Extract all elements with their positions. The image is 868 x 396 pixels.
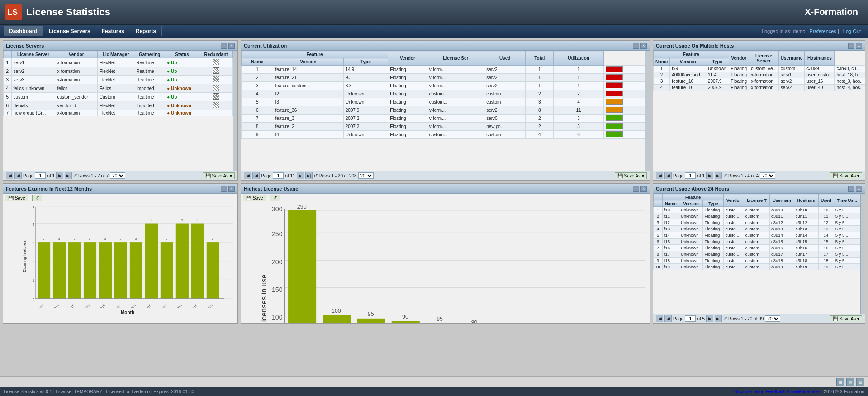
mh-save-button[interactable]: 💾 Save As ▾ xyxy=(830,172,862,179)
cu-minimize[interactable]: − xyxy=(633,43,639,49)
cu-scrollbar[interactable] xyxy=(645,51,650,171)
ls-first-page[interactable]: |◀ xyxy=(6,172,13,179)
hl-refresh-btn[interactable]: ↺ xyxy=(270,195,280,201)
u24-refresh[interactable]: ↺ xyxy=(723,316,727,321)
mh-prev[interactable]: ◀ xyxy=(664,172,672,179)
mh-first[interactable]: |◀ xyxy=(656,172,663,179)
svg-text:Expiring features: Expiring features xyxy=(22,240,27,272)
u24-close[interactable]: × xyxy=(856,186,862,192)
mh-refresh[interactable]: ↺ xyxy=(723,173,727,178)
footer-feedback-link[interactable]: Feedback xyxy=(766,389,786,394)
hl-bar-2 xyxy=(323,315,351,323)
cu-refresh[interactable]: ↺ xyxy=(314,173,318,178)
mh-col-username: Username xyxy=(778,51,804,66)
ls-page-input[interactable] xyxy=(35,172,46,179)
u24-scrollbar[interactable] xyxy=(860,194,865,314)
current-util-rows: 1 feature_14 14.9 Floating v-form... ser… xyxy=(242,66,645,139)
mh-minimize[interactable]: − xyxy=(848,43,854,49)
cu-page-input[interactable] xyxy=(273,172,284,179)
cu-rows-select[interactable]: 20 xyxy=(358,172,374,179)
svg-text:Licenses in use: Licenses in use xyxy=(260,274,268,323)
fe-bar-mar xyxy=(68,242,81,299)
hl-bar-4 xyxy=(392,321,420,323)
col-vendor: Vendor xyxy=(388,51,427,66)
ls-refresh-icon[interactable]: ↺ xyxy=(73,173,77,178)
fe-minimize[interactable]: − xyxy=(221,186,227,192)
mh-page-input[interactable] xyxy=(685,172,696,179)
u24-next[interactable]: ▶ xyxy=(706,315,713,322)
license-servers-close[interactable]: × xyxy=(228,43,235,49)
multiple-hosts-panel: Current Usage On Multiple Hosts − × Feat… xyxy=(653,40,865,181)
grid-icon-3[interactable]: ▥ xyxy=(856,378,864,386)
table-row: 1 serv1 x-formation FlexNet Realtime ● U… xyxy=(4,58,233,67)
u24-page-input[interactable] xyxy=(685,315,696,322)
mh-rows-select[interactable]: 20 xyxy=(760,172,775,179)
col-num xyxy=(4,51,12,58)
svg-text:4: 4 xyxy=(151,218,152,221)
u24-first[interactable]: |◀ xyxy=(656,315,663,322)
u24-rows-select[interactable]: 20 xyxy=(765,315,780,322)
nav-features[interactable]: Features xyxy=(96,26,130,36)
u24-minimize[interactable]: − xyxy=(848,186,854,192)
fe-close[interactable]: × xyxy=(228,186,235,192)
fe-bar-jan xyxy=(38,242,50,299)
current-util-table-wrapper: Feature Vendor License Ser Used Total Ut… xyxy=(241,51,645,171)
col-name: Name xyxy=(242,58,273,66)
svg-text:March 2016: March 2016 xyxy=(61,304,75,308)
hl-bar-3 xyxy=(357,319,385,323)
nav-reports[interactable]: Reports xyxy=(130,26,162,36)
ls-rows-select[interactable]: 20 xyxy=(110,172,125,179)
table-row: 1 feature_14 14.9 Floating v-form... ser… xyxy=(242,66,645,74)
cu-prev[interactable]: ◀ xyxy=(252,172,260,179)
u24-pagination: |◀ ◀ Page of 5 ▶ ▶| ↺ Rows 1 - 20 of 99 … xyxy=(653,314,865,323)
hl-minimize[interactable]: − xyxy=(633,186,639,192)
grid-icon-1[interactable]: ▦ xyxy=(836,378,844,386)
mh-col-licser: License Server xyxy=(749,51,779,66)
mh-next[interactable]: ▶ xyxy=(706,172,713,179)
svg-text:4: 4 xyxy=(181,218,183,221)
mh-last[interactable]: ▶| xyxy=(715,172,722,179)
logout-link[interactable]: Log Out xyxy=(843,29,861,34)
u24-save-button[interactable]: 💾 Save As ▾ xyxy=(830,315,862,322)
svg-text:September 2016: September 2016 xyxy=(149,304,167,308)
col-vendor: Vendor xyxy=(55,51,97,58)
u24-feature-group: Feature xyxy=(662,194,724,200)
license-servers-table-wrapper: License Server Vendor Lic Manager Gather… xyxy=(3,51,233,171)
license-servers-minimize[interactable]: − xyxy=(221,43,227,49)
cu-close[interactable]: × xyxy=(640,43,647,49)
mh-close[interactable]: × xyxy=(856,43,862,49)
mh-rows: 1 f99 Unknown Floating custom_ve... cust… xyxy=(654,66,865,91)
cu-next[interactable]: ▶ xyxy=(297,172,304,179)
ls-prev-page[interactable]: ◀ xyxy=(14,172,22,179)
fe-bar-apr xyxy=(84,242,96,299)
nav-license-servers[interactable]: License Servers xyxy=(43,26,96,36)
ls-next-page[interactable]: ▶ xyxy=(56,172,63,179)
u24-last[interactable]: ▶| xyxy=(715,315,722,322)
hl-toolbar: 💾 Save ↺ xyxy=(241,194,650,202)
fe-save-btn[interactable]: 💾 Save xyxy=(5,195,28,201)
footer-kb-link[interactable]: Knowledgebase xyxy=(787,389,819,394)
hl-save-btn[interactable]: 💾 Save xyxy=(243,195,266,201)
fe-refresh-btn[interactable]: ↺ xyxy=(32,195,42,201)
ls-save-button[interactable]: 💾 Save As ▾ xyxy=(203,172,235,179)
table-row: 7 f16 Unknown Floating custo... custom c… xyxy=(654,245,860,251)
current-util-title: Current Utilization xyxy=(244,43,287,48)
u24-prev[interactable]: ◀ xyxy=(664,315,672,322)
preferences-link[interactable]: Preferences xyxy=(810,29,836,34)
svg-text:75: 75 xyxy=(506,322,512,323)
cu-save-button[interactable]: 💾 Save As ▾ xyxy=(615,172,647,179)
app-logo: LS xyxy=(5,4,22,20)
ls-last-page[interactable]: ▶| xyxy=(65,172,72,179)
nav-dashboard[interactable]: Dashboard xyxy=(4,26,43,36)
hl-close[interactable]: × xyxy=(640,186,647,192)
license-servers-scrollbar[interactable] xyxy=(233,51,237,171)
table-row: 4 feature_16 2007.9 Floating x-formation… xyxy=(654,85,865,91)
usage-24h-panel: Current Usage Above 24 Hours − × Feature… xyxy=(653,183,865,324)
footer-doc-link[interactable]: Documentation xyxy=(734,389,764,394)
bottom-toolbar: ▦ ▤ ▥ xyxy=(0,376,868,387)
fe-bar-jun xyxy=(114,242,127,299)
grid-icon-2[interactable]: ▤ xyxy=(846,378,854,386)
cu-last[interactable]: ▶| xyxy=(305,172,313,179)
nav-user-info: Logged in as: demo Preferences | Log Out xyxy=(762,29,861,34)
cu-first[interactable]: |◀ xyxy=(244,172,251,179)
